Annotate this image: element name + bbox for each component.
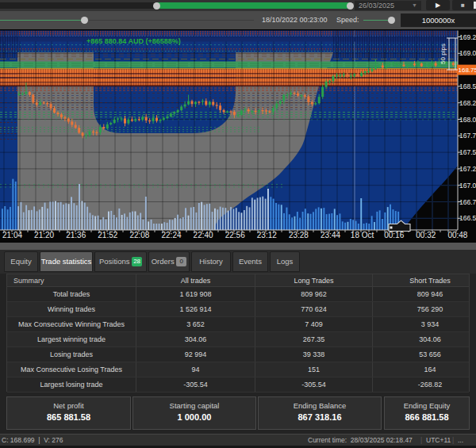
svg-text:169.00: 169.00 (459, 49, 476, 57)
svg-text:23:44: 23:44 (321, 231, 340, 239)
svg-text:168.00: 168.00 (459, 116, 476, 124)
svg-text:167.00: 167.00 (459, 182, 476, 190)
svg-text:167.25: 167.25 (459, 165, 476, 173)
svg-text:50 pips: 50 pips (440, 44, 447, 64)
svg-text:22:56: 22:56 (225, 231, 245, 239)
svg-text:22:40: 22:40 (194, 231, 213, 239)
svg-text:167.50: 167.50 (459, 148, 476, 156)
svg-text:169.25: 169.25 (459, 33, 476, 41)
svg-text:168.25: 168.25 (459, 99, 476, 107)
svg-text:22:24: 22:24 (161, 231, 181, 239)
svg-text:00:32: 00:32 (416, 231, 436, 239)
svg-text:21:36: 21:36 (66, 231, 86, 239)
svg-text:168.75: 168.75 (459, 67, 476, 74)
svg-text:21:52: 21:52 (98, 231, 117, 239)
svg-text:166.75: 166.75 (459, 198, 476, 206)
svg-text:00:16: 00:16 (384, 231, 404, 239)
svg-text:23:12: 23:12 (257, 231, 277, 239)
svg-text:21:20: 21:20 (34, 231, 54, 239)
svg-text:167.75: 167.75 (459, 132, 476, 140)
svg-text:166.50: 166.50 (459, 214, 476, 222)
svg-text:23:28: 23:28 (289, 231, 309, 239)
svg-text:168.50: 168.50 (459, 82, 476, 90)
svg-text:22:08: 22:08 (129, 231, 149, 239)
svg-text:+865 880.84 AUD (+86588%): +865 880.84 AUD (+86588%) (86, 37, 181, 45)
svg-text:00:48: 00:48 (447, 231, 467, 239)
svg-text:21:04: 21:04 (2, 231, 22, 239)
svg-text:18 Oct: 18 Oct (351, 231, 374, 239)
